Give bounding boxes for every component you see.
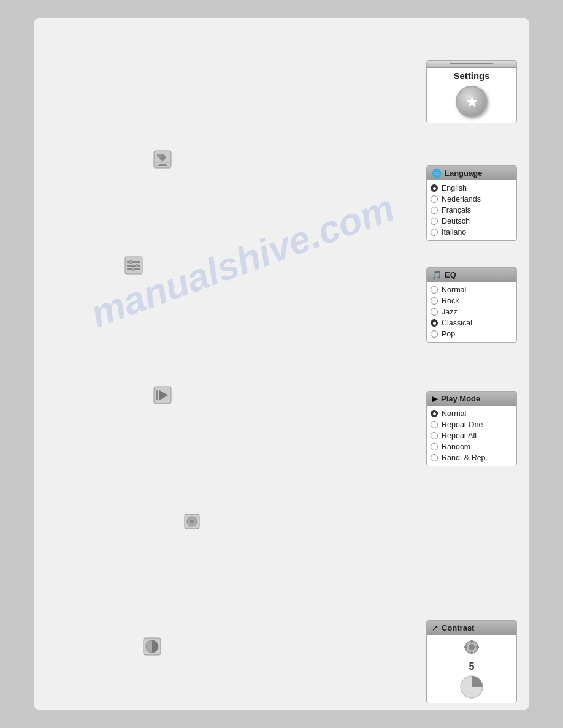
- contrast-header: ↗ Contrast: [427, 621, 516, 635]
- eq-pop-label: Pop: [442, 330, 455, 338]
- eq-option-pop[interactable]: Pop: [431, 328, 513, 339]
- contrast-device-icon: [143, 637, 161, 658]
- language-header: 🌐 Language: [427, 166, 516, 180]
- svg-rect-3: [471, 651, 473, 654]
- eq-option-normal[interactable]: Normal: [431, 284, 513, 295]
- contrast-gear-icon: [463, 639, 480, 659]
- eq-panel-body: Normal Rock Jazz Classical Pop: [427, 282, 516, 342]
- language-panel-body: English Nederlands Français Deutsch Ital…: [427, 180, 516, 240]
- language-nederlands-label: Nederlands: [442, 195, 481, 203]
- contrast-header-icon: ↗: [432, 623, 439, 632]
- settings-panel: Settings ★: [426, 60, 517, 123]
- svg-point-1: [469, 644, 475, 650]
- svg-point-23: [190, 520, 194, 523]
- language-option-francais[interactable]: Français: [431, 205, 513, 216]
- eq-header: 🎵 EQ: [427, 268, 516, 282]
- radio-playmode-repeat-one: [431, 421, 438, 428]
- svg-rect-2: [471, 640, 473, 643]
- radio-playmode-random: [431, 443, 438, 450]
- eq-normal-label: Normal: [442, 286, 466, 294]
- extra-device-icon: [184, 514, 200, 532]
- radio-playmode-normal: [431, 410, 438, 417]
- contrast-header-title: Contrast: [442, 623, 474, 632]
- eq-rock-label: Rock: [442, 297, 459, 305]
- radio-eq-jazz: [431, 308, 438, 316]
- playmode-option-random[interactable]: Random: [431, 441, 513, 452]
- language-header-icon: 🌐: [432, 169, 442, 178]
- language-deutsch-label: Deutsch: [442, 217, 470, 226]
- language-header-title: Language: [445, 169, 482, 178]
- eq-option-rock[interactable]: Rock: [431, 295, 513, 306]
- eq-classical-label: Classical: [442, 319, 472, 327]
- svg-rect-20: [156, 390, 158, 400]
- playmode-panel: ▶ Play Mode Normal Repeat One Repeat All…: [426, 391, 517, 466]
- main-page: manualshive.com Settings ★ 🌐 Language En…: [34, 18, 529, 710]
- language-option-english[interactable]: English: [431, 183, 513, 194]
- playmode-option-rand-rep[interactable]: Rand. & Rep.: [431, 452, 513, 463]
- radio-english: [431, 184, 438, 192]
- radio-deutsch: [431, 218, 438, 225]
- playmode-random-label: Random: [442, 442, 470, 451]
- eq-header-title: EQ: [445, 270, 456, 279]
- playmode-device-icon: [153, 386, 172, 407]
- radio-playmode-repeat-all: [431, 432, 438, 439]
- language-device-icon: [153, 150, 172, 171]
- svg-point-15: [129, 260, 132, 264]
- playmode-header-icon: ▶: [432, 394, 438, 403]
- playmode-normal-label: Normal: [442, 409, 466, 418]
- settings-title-line: [450, 63, 493, 64]
- radio-eq-pop: [431, 330, 438, 338]
- playmode-repeat-all-label: Repeat All: [442, 431, 477, 440]
- language-option-italiano[interactable]: Italiano: [431, 227, 513, 238]
- language-italiano-label: Italiano: [442, 228, 466, 237]
- playmode-repeat-one-label: Repeat One: [442, 420, 483, 429]
- contrast-pie-chart: [459, 675, 484, 699]
- playmode-option-repeat-one[interactable]: Repeat One: [431, 419, 513, 430]
- eq-option-classical[interactable]: Classical: [431, 317, 513, 328]
- playmode-panel-body: Normal Repeat One Repeat All Random Rand…: [427, 406, 516, 466]
- playmode-rand-rep-label: Rand. & Rep.: [442, 453, 488, 462]
- radio-italiano: [431, 229, 438, 236]
- star-icon: ★: [465, 93, 479, 112]
- playmode-option-normal[interactable]: Normal: [431, 408, 513, 419]
- eq-device-icon: [124, 256, 143, 277]
- language-francais-label: Français: [442, 206, 471, 214]
- radio-eq-rock: [431, 297, 438, 305]
- eq-option-jazz[interactable]: Jazz: [431, 306, 513, 317]
- settings-title: Settings: [427, 68, 516, 82]
- svg-rect-5: [476, 646, 479, 648]
- language-option-nederlands[interactable]: Nederlands: [431, 194, 513, 205]
- playmode-option-repeat-all[interactable]: Repeat All: [431, 430, 513, 441]
- settings-titlebar: [427, 61, 516, 68]
- svg-point-16: [136, 264, 139, 267]
- radio-eq-classical: [431, 319, 438, 327]
- radio-francais: [431, 207, 438, 214]
- eq-jazz-label: Jazz: [442, 308, 458, 316]
- eq-panel: 🎵 EQ Normal Rock Jazz Classical Pop: [426, 267, 517, 343]
- svg-point-17: [132, 268, 135, 271]
- settings-icon-area: ★: [427, 82, 516, 123]
- playmode-header-title: Play Mode: [441, 394, 480, 403]
- svg-rect-9: [157, 154, 162, 157]
- language-option-deutsch[interactable]: Deutsch: [431, 216, 513, 227]
- radio-playmode-rand-rep: [431, 454, 438, 461]
- settings-star-button[interactable]: ★: [456, 86, 488, 118]
- contrast-body: 5: [427, 635, 516, 703]
- radio-eq-normal: [431, 286, 438, 294]
- language-panel: 🌐 Language English Nederlands Français D…: [426, 165, 517, 241]
- contrast-value: 5: [469, 661, 475, 672]
- radio-nederlands: [431, 195, 438, 203]
- language-english-label: English: [442, 184, 467, 192]
- playmode-header: ▶ Play Mode: [427, 392, 516, 406]
- eq-header-icon: 🎵: [432, 270, 442, 279]
- svg-rect-4: [464, 646, 467, 648]
- contrast-panel: ↗ Contrast 5: [426, 620, 517, 703]
